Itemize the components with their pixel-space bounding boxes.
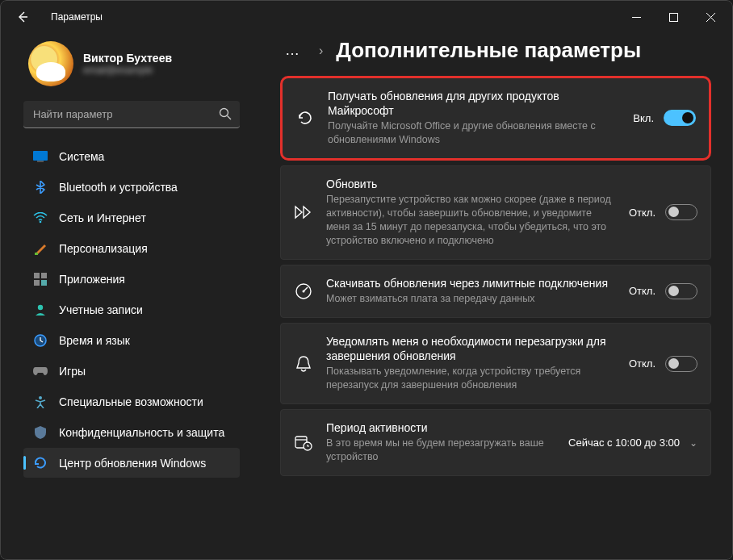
card-desc: Может взиматься плата за передачу данных	[326, 292, 618, 306]
svg-point-4	[40, 220, 42, 223]
nav-label: Персонализация	[59, 242, 148, 255]
card-active-hours[interactable]: Период активности В это время мы не буде…	[280, 409, 711, 476]
card-title: Период активности	[326, 421, 557, 436]
svg-rect-8	[34, 280, 40, 286]
nav-windows-update[interactable]: Центр обновления Windows	[23, 448, 240, 478]
card-body: Уведомлять меня о необходимости перезагр…	[326, 335, 618, 392]
nav-label: Приложения	[59, 273, 125, 286]
svg-point-14	[303, 290, 305, 292]
fast-forward-icon	[292, 205, 315, 219]
profile-email: email@example	[83, 65, 172, 76]
chevron-down-icon: ⌄	[689, 437, 697, 449]
toggle-switch[interactable]	[665, 204, 697, 220]
nav-bluetooth[interactable]: Bluetooth и устройства	[23, 172, 240, 202]
breadcrumb: … › Дополнительные параметры	[280, 38, 711, 63]
card-control: Откл.	[629, 283, 697, 299]
svg-rect-2	[33, 151, 48, 161]
nav-gaming[interactable]: Игры	[23, 356, 240, 386]
nav-label: Специальные возможности	[59, 395, 203, 408]
card-metered[interactable]: Скачивать обновления через лимитные подк…	[280, 265, 711, 318]
svg-point-12	[39, 396, 42, 399]
toggle-label: Вкл.	[633, 112, 654, 124]
body: Виктор Бухтеев email@example Система Blu…	[1, 33, 732, 559]
toggle-switch[interactable]	[665, 283, 697, 299]
nav-accessibility[interactable]: Специальные возможности	[23, 387, 240, 416]
nav-network[interactable]: Сеть и Интернет	[23, 203, 240, 232]
card-notify-restart[interactable]: Уведомлять меня о необходимости перезагр…	[280, 323, 711, 404]
card-desc: В это время мы не будем перезагружать ва…	[326, 437, 557, 464]
nav-label: Время и язык	[59, 334, 130, 347]
clock-icon	[33, 333, 48, 348]
svg-rect-6	[34, 273, 40, 278]
chevron-right-icon: ›	[319, 44, 323, 58]
card-body: Обновить Перезапустите устройство как мо…	[326, 178, 618, 248]
nav-label: Конфиденциальность и защита	[59, 426, 224, 439]
svg-point-10	[38, 304, 43, 309]
nav-time-language[interactable]: Время и язык	[23, 325, 240, 355]
nav-privacy[interactable]: Конфиденциальность и защита	[23, 417, 240, 447]
window-title: Параметры	[51, 11, 103, 23]
nav-personalization[interactable]: Персонализация	[23, 233, 240, 263]
toggle-switch[interactable]	[665, 356, 697, 372]
meter-icon	[292, 282, 315, 300]
maximize-icon	[669, 13, 678, 22]
card-control: Вкл.	[633, 110, 696, 126]
profile-name: Виктор Бухтеев	[83, 52, 172, 65]
search-box	[23, 101, 240, 128]
back-button[interactable]	[9, 3, 36, 31]
bluetooth-icon	[33, 180, 48, 194]
nav-label: Игры	[59, 365, 86, 378]
svg-rect-7	[41, 273, 47, 278]
nav-accounts[interactable]: Учетные записи	[23, 295, 240, 324]
card-control: Сейчас с 10:00 до 3:00 ⌄	[568, 437, 697, 449]
brush-icon	[33, 241, 48, 256]
sidebar: Виктор Бухтеев email@example Система Blu…	[1, 33, 251, 559]
svg-rect-5	[35, 253, 38, 255]
nav-system[interactable]: Система	[23, 141, 240, 171]
nav-label: Система	[59, 150, 104, 163]
shield-icon	[33, 425, 48, 440]
profile-block[interactable]: Виктор Бухтеев email@example	[23, 38, 240, 98]
display-icon	[33, 149, 48, 164]
bell-icon	[292, 355, 315, 373]
active-hours-value: Сейчас с 10:00 до 3:00	[568, 437, 680, 449]
nav-apps[interactable]: Приложения	[23, 264, 240, 294]
nav-label: Сеть и Интернет	[59, 211, 146, 224]
minimize-icon	[632, 13, 641, 22]
card-restart-asap[interactable]: Обновить Перезапустите устройство как мо…	[280, 165, 711, 260]
wifi-icon	[33, 211, 48, 225]
close-button[interactable]	[692, 4, 729, 30]
card-control: Откл.	[629, 204, 697, 220]
svg-point-1	[220, 109, 228, 117]
nav-label: Центр обновления Windows	[59, 457, 206, 470]
settings-window: Параметры Виктор Бухтеев email@example	[0, 0, 733, 560]
nav-label: Bluetooth и устройства	[59, 181, 178, 194]
toggle-label: Откл.	[629, 207, 656, 219]
card-control: Откл.	[629, 356, 697, 372]
search-input[interactable]	[23, 101, 240, 128]
card-desc: Перезапустите устройство как можно скоре…	[326, 193, 618, 248]
card-body: Скачивать обновления через лимитные подк…	[326, 277, 618, 306]
sync-icon	[294, 109, 316, 127]
svg-rect-3	[37, 161, 44, 162]
card-title: Обновить	[326, 178, 618, 192]
titlebar: Параметры	[1, 1, 732, 33]
card-title: Получать обновления для других продуктов…	[328, 90, 622, 118]
toggle-label: Откл.	[629, 357, 656, 370]
accessibility-icon	[33, 395, 48, 409]
card-title: Уведомлять меня о необходимости перезагр…	[326, 335, 618, 363]
card-desc: Получайте Microsoft Office и другие обно…	[328, 119, 622, 147]
gamepad-icon	[33, 364, 48, 378]
window-controls	[618, 4, 729, 30]
minimize-button[interactable]	[618, 4, 655, 30]
close-icon	[706, 13, 715, 22]
svg-rect-9	[41, 280, 47, 286]
card-body: Получать обновления для других продуктов…	[328, 90, 622, 147]
breadcrumb-overflow[interactable]: …	[280, 39, 306, 62]
page-title: Дополнительные параметры	[336, 38, 641, 63]
card-other-products[interactable]: Получать обновления для других продуктов…	[280, 76, 711, 161]
card-body: Период активности В это время мы не буде…	[326, 421, 557, 464]
apps-icon	[33, 272, 48, 286]
maximize-button[interactable]	[655, 4, 692, 30]
toggle-switch[interactable]	[664, 110, 696, 126]
